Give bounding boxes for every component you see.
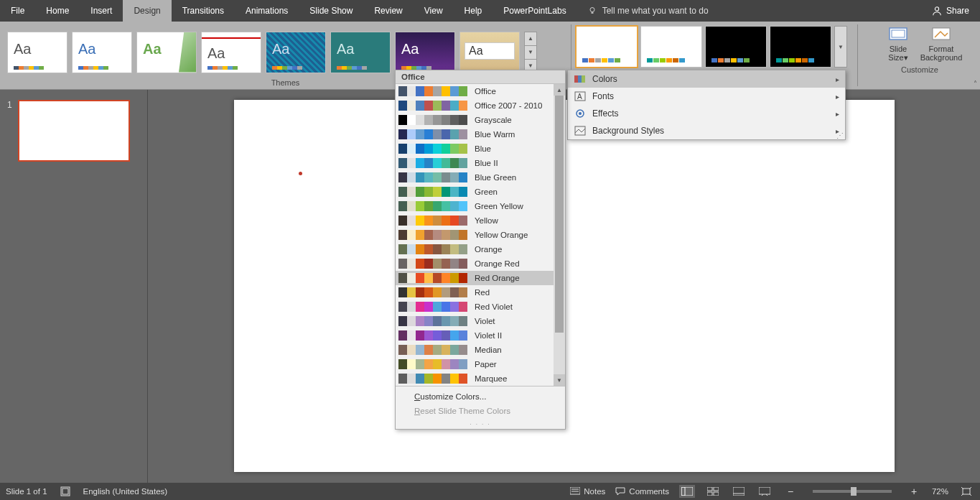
zoom-value[interactable]: 72% [932,487,948,496]
reset-colors-rest: eset Slide Theme Colors [420,407,510,415]
themes-scroll-up[interactable]: ▲ [525,32,536,46]
status-language[interactable]: English (United States) [83,487,168,496]
accessibility-icon[interactable] [57,485,73,498]
color-scheme-green[interactable]: Green [396,185,554,199]
theme-7[interactable]: Aa [395,32,455,73]
format-background-button[interactable]: FormatBackground [923,24,959,62]
tab-slideshow[interactable]: Slide Show [299,0,363,22]
color-scheme-label: Paper [475,360,497,369]
colors-scroll-up[interactable]: ▲ [554,84,565,96]
svg-rect-26 [759,487,770,494]
variants-menu-bgstyles[interactable]: Background Styles ▸ [568,122,845,139]
color-scheme-median[interactable]: Median [396,343,554,357]
comments-button[interactable]: Comments [615,487,669,496]
theme-office[interactable]: Aa [7,32,67,73]
zoom-slider[interactable] [813,490,892,493]
color-scheme-label: Median [475,346,502,354]
color-scheme-blue-warm[interactable]: Blue Warm [396,127,554,142]
color-scheme-label: Yellow [475,216,498,225]
chevron-right-icon: ▸ [836,93,839,101]
theme-4[interactable]: Aa [201,32,261,73]
resize-grip-icon[interactable]: · · · · [396,421,565,429]
svg-rect-20 [707,487,712,491]
notes-button[interactable]: Notes [570,487,605,496]
svg-point-1 [935,7,938,11]
svg-text:A: A [577,93,582,101]
share-button[interactable]: Share [921,0,980,22]
tab-help[interactable]: Help [454,0,493,22]
zoom-out[interactable]: − [783,485,798,498]
tab-view[interactable]: View [414,0,454,22]
fit-to-window[interactable] [958,485,974,498]
svg-point-0 [590,8,594,12]
vm-effects-label: Effects [592,108,618,119]
color-scheme-yellow-orange[interactable]: Yellow Orange [396,228,554,242]
colors-scroll-thumb[interactable] [555,96,564,333]
variant-1[interactable] [576,26,638,68]
slide-size-button[interactable]: SlideSize▾ [880,24,916,62]
tab-insert[interactable]: Insert [80,0,123,22]
variants-dropdown: Colors ▸ A Fonts ▸ Effects ▸ Background … [567,70,846,140]
variants-more[interactable]: ▼ [834,26,847,68]
view-reading[interactable] [731,485,747,498]
tab-transitions[interactable]: Transitions [172,0,235,22]
svg-rect-19 [681,487,685,496]
svg-rect-14 [62,489,68,494]
color-scheme-grayscale[interactable]: Grayscale [396,113,554,127]
tellme-search[interactable]: Tell me what you want to do [577,0,719,22]
view-slideshow[interactable] [757,485,773,498]
theme-6[interactable]: Aa [330,32,391,73]
tab-powerpointlabs[interactable]: PowerPointLabs [493,0,577,22]
color-scheme-red[interactable]: Red [396,285,554,300]
color-scheme-violet-ii[interactable]: Violet II [396,328,554,343]
tellme-label: Tell me what you want to do [602,6,709,16]
tab-review[interactable]: Review [363,0,413,22]
svg-rect-7 [582,75,585,83]
person-icon [932,6,942,16]
color-scheme-green-yellow[interactable]: Green Yellow [396,199,554,213]
theme-8[interactable]: Aa [459,32,520,73]
color-scheme-label: Violet II [475,331,502,340]
color-scheme-office-2007-2010[interactable]: Office 2007 - 2010 [396,98,554,113]
color-scheme-label: Violet [475,317,495,325]
customize-colors-link[interactable]: Customize Colors... [396,389,565,404]
color-scheme-paper[interactable]: Paper [396,357,554,371]
color-scheme-blue[interactable]: Blue [396,142,554,156]
color-scheme-violet[interactable]: Violet [396,314,554,328]
lightbulb-icon [588,6,597,15]
color-scheme-orange[interactable]: Orange [396,242,554,256]
tab-home[interactable]: Home [35,0,80,22]
variants-menu-fonts[interactable]: A Fonts ▸ [568,88,845,105]
theme-3[interactable]: Aa [136,32,197,73]
tab-file[interactable]: File [0,0,35,22]
color-scheme-orange-red[interactable]: Orange Red [396,256,554,271]
color-scheme-marquee[interactable]: Marquee [396,371,554,386]
slide-thumbnail-1[interactable] [18,100,130,162]
theme-2[interactable]: Aa [72,32,132,73]
color-scheme-office[interactable]: Office [396,84,554,98]
variants-menu-effects[interactable]: Effects ▸ [568,105,845,122]
tab-design[interactable]: Design [123,0,171,22]
color-scheme-label: Grayscale [475,116,512,124]
variant-2[interactable] [640,26,702,68]
colors-scroll-down[interactable]: ▼ [554,374,565,386]
colors-scroll-track[interactable] [554,96,565,374]
variants-menu-colors[interactable]: Colors ▸ [568,70,845,88]
color-scheme-red-violet[interactable]: Red Violet [396,300,554,314]
effects-icon [574,108,587,119]
tab-animations[interactable]: Animations [235,0,299,22]
themes-scroll-down[interactable]: ▼ [525,46,536,60]
zoom-in[interactable]: + [906,485,922,498]
variant-3[interactable] [705,26,767,68]
theme-5[interactable]: Aa [266,32,326,73]
color-scheme-yellow[interactable]: Yellow [396,213,554,228]
svg-rect-23 [714,492,719,496]
view-normal[interactable] [679,485,695,498]
variant-4[interactable] [770,26,831,68]
color-scheme-blue-ii[interactable]: Blue II [396,156,554,170]
view-sorter[interactable] [705,485,721,498]
resize-grip-icon[interactable]: ⋰ [836,131,844,139]
color-scheme-red-orange[interactable]: Red Orange [396,271,554,285]
color-scheme-blue-green[interactable]: Blue Green [396,170,554,185]
ribbon-collapse[interactable]: ˄ [974,80,977,88]
